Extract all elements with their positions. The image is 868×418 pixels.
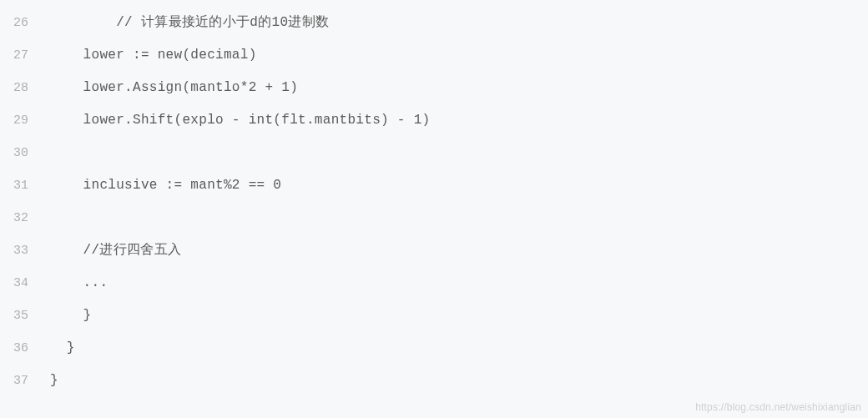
code-line: }	[50, 332, 868, 365]
line-number: 36	[10, 332, 28, 365]
line-number: 31	[10, 169, 28, 202]
code-line	[50, 137, 868, 169]
code-line: lower.Assign(mantlo*2 + 1)	[50, 72, 868, 104]
line-number: 27	[10, 39, 28, 72]
code-line: ...	[50, 267, 868, 300]
line-number: 34	[10, 267, 28, 300]
line-number: 28	[10, 72, 28, 104]
code-line: }	[50, 365, 868, 397]
code-line: lower := new(decimal)	[50, 39, 868, 72]
code-line: }	[50, 300, 868, 332]
code-line: inclusive := mant%2 == 0	[50, 169, 868, 202]
code-line: //进行四舍五入	[50, 234, 868, 267]
line-number: 29	[10, 104, 28, 137]
code-line: lower.Shift(explo - int(flt.mantbits) - …	[50, 104, 868, 137]
code-line	[50, 202, 868, 234]
line-number: 30	[10, 137, 28, 169]
watermark-text: https://blog.csdn.net/weishixianglian	[695, 401, 861, 413]
code-content: // 计算最接近的小于d的10进制数 lower := new(decimal)…	[43, 0, 868, 418]
line-number: 33	[10, 234, 28, 267]
line-number-gutter: 26 27 28 29 30 31 32 33 34 35 36 37	[0, 0, 43, 418]
line-number: 37	[10, 365, 28, 397]
line-number: 26	[10, 7, 28, 39]
code-line: // 计算最接近的小于d的10进制数	[50, 7, 868, 39]
line-number: 32	[10, 202, 28, 234]
line-number: 35	[10, 300, 28, 332]
code-block: 26 27 28 29 30 31 32 33 34 35 36 37 // 计…	[0, 0, 868, 418]
